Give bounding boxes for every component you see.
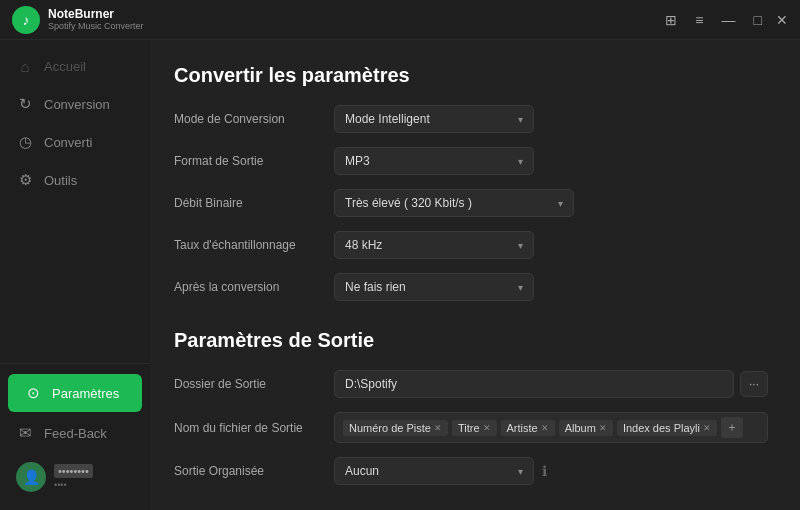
user-avatar-icon: 👤 [23, 469, 40, 485]
sidebar-item-converti[interactable]: ◷ Converti [0, 123, 150, 161]
tag-label-numero: Numéro de Piste [349, 422, 431, 434]
select-sortie-value: Aucun [345, 464, 379, 478]
row-sortie-organisee: Sortie Organisée Aucun ▾ ℹ [174, 457, 768, 485]
logo-icon: ♪ [23, 12, 30, 28]
titlebar-left: ♪ NoteBurner Spotify Music Converter [12, 6, 144, 34]
app-logo: ♪ [12, 6, 40, 34]
titlebar: ♪ NoteBurner Spotify Music Converter ⊞ ≡… [0, 0, 800, 40]
info-icon[interactable]: ℹ [542, 463, 547, 479]
select-format-sortie[interactable]: MP3 ▾ [334, 147, 534, 175]
chevron-down-icon: ▾ [518, 114, 523, 125]
feedback-icon: ✉ [16, 424, 34, 442]
menu-icon[interactable]: ≡ [691, 10, 707, 30]
path-input-dossier[interactable] [334, 370, 734, 398]
path-browse-button[interactable]: ··· [740, 371, 768, 397]
select-taux-echantillonnage[interactable]: 48 kHz ▾ [334, 231, 534, 259]
tag-close-index[interactable]: ✕ [703, 423, 711, 433]
sidebar-label-parametres: Paramètres [52, 386, 119, 401]
user-avatar: 👤 [16, 462, 46, 492]
content-area: Convertir les paramètres Mode de Convers… [150, 40, 800, 510]
select-sortie-organisee[interactable]: Aucun ▾ [334, 457, 534, 485]
select-format-value: MP3 [345, 154, 370, 168]
sidebar-item-feedback[interactable]: ✉ Feed-Back [0, 414, 150, 452]
maximize-icon[interactable]: □ [750, 10, 766, 30]
sidebar-label-accueil: Accueil [44, 59, 86, 74]
control-nom-fichier: Numéro de Piste ✕ Titre ✕ Artiste ✕ Al [334, 412, 768, 443]
tag-close-numero[interactable]: ✕ [434, 423, 442, 433]
converti-icon: ◷ [16, 133, 34, 151]
conversion-icon: ↻ [16, 95, 34, 113]
sidebar-item-parametres[interactable]: ⊙ Paramètres [8, 374, 142, 412]
label-apres-conversion: Après la conversion [174, 280, 334, 294]
tag-titre: Titre ✕ [452, 420, 497, 436]
main-layout: ⌂ Accueil ↻ Conversion ◷ Converti ⚙ Outi… [0, 40, 800, 510]
control-apres-conversion: Ne fais rien ▾ [334, 273, 768, 301]
row-format-sortie: Format de Sortie MP3 ▾ [174, 147, 768, 175]
select-apres-conversion[interactable]: Ne fais rien ▾ [334, 273, 534, 301]
tag-label-artiste: Artiste [507, 422, 538, 434]
sidebar: ⌂ Accueil ↻ Conversion ◷ Converti ⚙ Outi… [0, 40, 150, 510]
label-format-sortie: Format de Sortie [174, 154, 334, 168]
tag-close-titre[interactable]: ✕ [483, 423, 491, 433]
sidebar-item-accueil[interactable]: ⌂ Accueil [0, 48, 150, 85]
app-subtitle: Spotify Music Converter [48, 21, 144, 32]
tag-close-artiste[interactable]: ✕ [541, 423, 549, 433]
chevron-down-icon: ▾ [558, 198, 563, 209]
label-debit-binaire: Débit Binaire [174, 196, 334, 210]
tag-index-playli: Index des Playli ✕ [617, 420, 717, 436]
tag-album: Album ✕ [559, 420, 613, 436]
app-title: NoteBurner [48, 7, 144, 21]
section-title-conversion: Convertir les paramètres [174, 64, 768, 87]
row-mode-conversion: Mode de Conversion Mode Intelligent ▾ [174, 105, 768, 133]
tag-label-titre: Titre [458, 422, 480, 434]
sidebar-label-outils: Outils [44, 173, 77, 188]
close-icon[interactable]: ✕ [776, 12, 788, 28]
sidebar-label-feedback: Feed-Back [44, 426, 107, 441]
row-apres-conversion: Après la conversion Ne fais rien ▾ [174, 273, 768, 301]
row-taux-echantillonnage: Taux d'échantillonnage 48 kHz ▾ [174, 231, 768, 259]
parametres-icon: ⊙ [24, 384, 42, 402]
grid-icon[interactable]: ⊞ [661, 10, 681, 30]
titlebar-controls: ⊞ ≡ — □ ✕ [661, 10, 788, 30]
tag-close-album[interactable]: ✕ [599, 423, 607, 433]
app-name-block: NoteBurner Spotify Music Converter [48, 7, 144, 32]
minimize-icon[interactable]: — [718, 10, 740, 30]
sidebar-label-converti: Converti [44, 135, 92, 150]
tag-add-button[interactable]: ＋ [721, 417, 743, 438]
chevron-down-icon: ▾ [518, 466, 523, 477]
home-icon: ⌂ [16, 58, 34, 75]
control-format-sortie: MP3 ▾ [334, 147, 768, 175]
user-name: •••••••• [54, 464, 93, 478]
tag-list-nom-fichier: Numéro de Piste ✕ Titre ✕ Artiste ✕ Al [334, 412, 768, 443]
chevron-down-icon: ▾ [518, 240, 523, 251]
select-debit-binaire[interactable]: Très élevé ( 320 Kbit/s ) ▾ [334, 189, 574, 217]
select-mode-value: Mode Intelligent [345, 112, 430, 126]
path-row-dossier: ··· [334, 370, 768, 398]
select-apres-value: Ne fais rien [345, 280, 406, 294]
tag-label-album: Album [565, 422, 596, 434]
tag-artiste: Artiste ✕ [501, 420, 555, 436]
control-dossier-sortie: ··· [334, 370, 768, 398]
row-debit-binaire: Débit Binaire Très élevé ( 320 Kbit/s ) … [174, 189, 768, 217]
row-dossier-sortie: Dossier de Sortie ··· [174, 370, 768, 398]
control-sortie-organisee: Aucun ▾ ℹ [334, 457, 768, 485]
row-nom-fichier: Nom du fichier de Sortie Numéro de Piste… [174, 412, 768, 443]
sidebar-item-conversion[interactable]: ↻ Conversion [0, 85, 150, 123]
select-mode-conversion[interactable]: Mode Intelligent ▾ [334, 105, 534, 133]
control-mode-conversion: Mode Intelligent ▾ [334, 105, 768, 133]
section-output: Paramètres de Sortie Dossier de Sortie ·… [174, 329, 768, 485]
tag-label-index: Index des Playli [623, 422, 700, 434]
control-debit-binaire: Très élevé ( 320 Kbit/s ) ▾ [334, 189, 768, 217]
chevron-down-icon: ▾ [518, 282, 523, 293]
user-item[interactable]: 👤 •••••••• •••• [0, 452, 150, 502]
user-info: •••••••• •••• [54, 464, 93, 490]
label-taux-echantillonnage: Taux d'échantillonnage [174, 238, 334, 252]
label-mode-conversion: Mode de Conversion [174, 112, 334, 126]
control-taux-echantillonnage: 48 kHz ▾ [334, 231, 768, 259]
section-conversion: Convertir les paramètres Mode de Convers… [174, 64, 768, 301]
label-dossier-sortie: Dossier de Sortie [174, 377, 334, 391]
label-nom-fichier: Nom du fichier de Sortie [174, 421, 334, 435]
sidebar-item-outils[interactable]: ⚙ Outils [0, 161, 150, 199]
outils-icon: ⚙ [16, 171, 34, 189]
section-title-output: Paramètres de Sortie [174, 329, 768, 352]
